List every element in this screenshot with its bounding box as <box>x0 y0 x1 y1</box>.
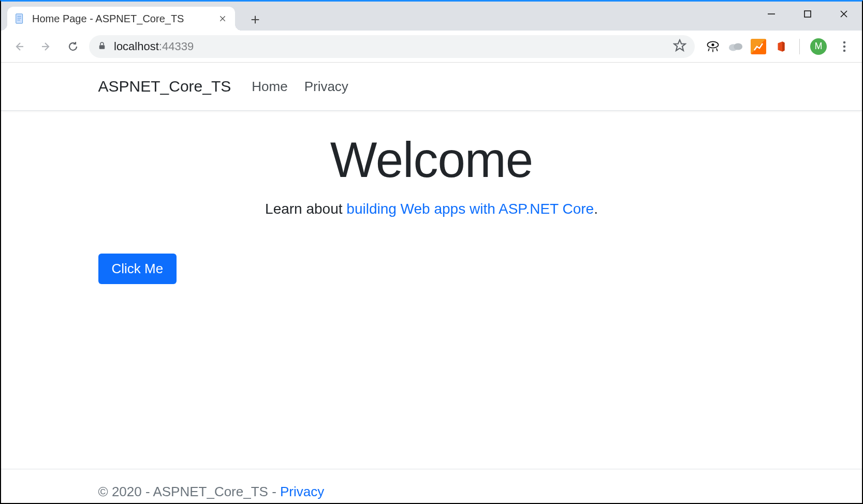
nav-link-privacy[interactable]: Privacy <box>304 79 348 95</box>
footer-text: © 2020 - ASPNET_Core_TS - <box>98 484 281 499</box>
lead-suffix: . <box>594 201 598 217</box>
analytics-extension-icon[interactable] <box>751 39 766 54</box>
brand-link[interactable]: ASPNET_Core_TS <box>98 78 231 95</box>
bookmark-star-icon[interactable] <box>673 39 686 54</box>
back-button[interactable] <box>8 36 30 57</box>
svg-rect-0 <box>16 14 23 23</box>
browser-tab[interactable]: Home Page - ASPNET_Core_TS <box>7 7 235 31</box>
cloud-extension-icon[interactable] <box>728 39 743 54</box>
profile-avatar[interactable]: M <box>810 38 827 55</box>
page-favicon-icon <box>14 13 26 24</box>
button-row: Click Me <box>98 217 765 284</box>
lead-prefix: Learn about <box>265 201 346 217</box>
forward-button[interactable] <box>35 36 57 57</box>
page-viewport: ASPNET_Core_TS Home Privacy Welcome Lear… <box>1 63 862 503</box>
svg-point-24 <box>843 45 846 48</box>
nav-links: Home Privacy <box>252 79 348 95</box>
svg-point-25 <box>843 49 846 52</box>
avatar-letter: M <box>815 41 823 52</box>
window-maximize-button[interactable] <box>789 2 826 26</box>
svg-point-23 <box>843 41 846 43</box>
window-minimize-button[interactable] <box>753 2 789 26</box>
click-me-button[interactable]: Click Me <box>98 254 177 284</box>
hero: Welcome Learn about building Web apps wi… <box>98 131 765 217</box>
window-close-button[interactable] <box>826 2 862 26</box>
svg-line-18 <box>708 48 709 51</box>
svg-marker-15 <box>674 40 685 51</box>
url-text: localhost:44339 <box>114 40 194 53</box>
window-controls <box>753 2 862 26</box>
office-extension-icon[interactable] <box>773 39 789 54</box>
eye-extension-icon[interactable] <box>705 39 721 54</box>
toolbar-separator <box>799 39 800 54</box>
svg-rect-14 <box>99 45 105 49</box>
navbar: ASPNET_Core_TS Home Privacy <box>98 63 765 110</box>
page-title: Welcome <box>98 131 765 188</box>
svg-point-17 <box>711 43 714 46</box>
footer-privacy-link[interactable]: Privacy <box>280 484 324 499</box>
browser-tab-strip: Home Page - ASPNET_Core_TS <box>1 2 862 31</box>
new-tab-button[interactable] <box>244 9 266 31</box>
svg-line-20 <box>716 48 718 51</box>
site-header: ASPNET_Core_TS Home Privacy <box>1 63 862 111</box>
lead-text: Learn about building Web apps with ASP.N… <box>98 201 765 217</box>
nav-link-home[interactable]: Home <box>252 79 287 95</box>
browser-toolbar: localhost:44339 M <box>1 31 862 63</box>
svg-point-22 <box>734 43 742 50</box>
site-footer: © 2020 - ASPNET_Core_TS - Privacy <box>1 469 862 503</box>
close-tab-icon[interactable] <box>217 13 228 24</box>
lock-icon <box>97 40 107 53</box>
reload-button[interactable] <box>62 36 84 57</box>
browser-menu-button[interactable] <box>834 39 855 54</box>
svg-rect-9 <box>805 11 811 17</box>
lead-link[interactable]: building Web apps with ASP.NET Core <box>346 201 594 217</box>
address-bar[interactable]: localhost:44339 <box>89 35 695 58</box>
extension-icons: M <box>705 38 855 55</box>
tab-title: Home Page - ASPNET_Core_TS <box>32 13 211 25</box>
main-content: Welcome Learn about building Web apps wi… <box>1 111 862 469</box>
